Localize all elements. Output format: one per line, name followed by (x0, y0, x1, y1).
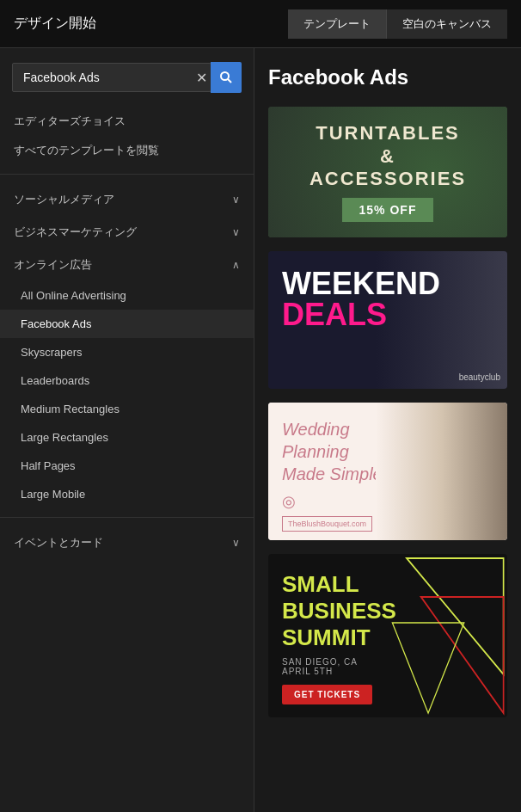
content-title: Facebook Ads (268, 65, 507, 89)
category-business-marketing-label: ビジネスマーケティング (14, 225, 137, 240)
sidebar-item-medium-rectangles[interactable]: Medium Rectangles (0, 395, 254, 423)
card-wedding-title: Wedding Planning Made Simple (282, 418, 386, 485)
card-turntables-content: TURNTABLES & ACCESSORIES 15% OFF (310, 122, 466, 221)
editors-choice-link[interactable]: エディターズチョイス (0, 107, 254, 136)
card-turntables-title: TURNTABLES & ACCESSORIES (310, 122, 466, 190)
template-card-summit[interactable]: Small Business Summit SAN DIEGO, CA APRI… (268, 554, 507, 717)
card-weekend-watermark: beautyclub (459, 372, 500, 382)
card-turntables-badge: 15% OFF (342, 198, 434, 222)
search-icon (219, 71, 233, 84)
sidebar-item-leaderboards[interactable]: Leaderboards (0, 366, 254, 395)
search-container: ✕ (12, 62, 242, 93)
sidebar-item-large-rectangles[interactable]: Large Rectangles (0, 423, 254, 452)
divider-2 (0, 517, 254, 518)
svg-marker-2 (407, 558, 504, 674)
card-summit-title: Small Business Summit (282, 571, 396, 652)
browse-all-link[interactable]: すべてのテンプレートを閲覧 (0, 136, 254, 165)
sidebar-item-all-online-advertising[interactable]: All Online Advertising (0, 281, 254, 310)
card-wedding-rings: ◎ (282, 492, 386, 511)
card-weekend-title2: DEALS (282, 299, 386, 330)
svg-point-0 (221, 72, 229, 80)
svg-marker-3 (421, 597, 504, 713)
category-social-media-label: ソーシャルメディア (14, 192, 114, 207)
template-card-weekend-deals[interactable]: WEEKEND DEALS beautyclub (268, 251, 507, 389)
category-online-advertising[interactable]: オンライン広告 ∧ (0, 249, 254, 281)
main-layout: ✕ エディターズチョイス すべてのテンプレートを閲覧 ソーシャルメディア ∨ ビ… (0, 48, 521, 812)
sidebar-item-large-mobile[interactable]: Large Mobile (0, 480, 254, 508)
svg-marker-4 (393, 623, 464, 713)
search-submit-button[interactable] (211, 62, 242, 93)
chevron-down-icon-3: ∨ (232, 537, 240, 549)
category-business-marketing[interactable]: ビジネスマーケティング ∨ (0, 216, 254, 249)
page-title: デザイン開始 (14, 15, 96, 33)
content-area: Facebook Ads TURNTABLES & ACCESSORIES 15… (254, 48, 521, 812)
chevron-down-icon: ∨ (232, 194, 240, 206)
card-summit-location: SAN DIEGO, CA APRIL 5TH (282, 657, 396, 676)
blank-canvas-button[interactable]: 空白のキャンバス (386, 9, 507, 39)
sidebar-item-skyscrapers[interactable]: Skyscrapers (0, 338, 254, 366)
chevron-up-icon: ∧ (232, 259, 240, 271)
search-input[interactable] (12, 63, 211, 92)
template-card-turntables[interactable]: TURNTABLES & ACCESSORIES 15% OFF (268, 107, 507, 237)
category-social-media[interactable]: ソーシャルメディア ∨ (0, 183, 254, 216)
search-clear-button[interactable]: ✕ (196, 70, 207, 86)
card-wedding-background (376, 403, 507, 540)
category-online-advertising-label: オンライン広告 (14, 257, 92, 273)
card-weekend-text: WEEKEND DEALS (268, 251, 400, 389)
template-button[interactable]: テンプレート (288, 9, 386, 39)
card-wedding-url: TheBlushBouquet.com (282, 516, 372, 532)
sidebar-item-half-pages[interactable]: Half Pages (0, 452, 254, 480)
category-events-label: イベントとカード (14, 535, 103, 551)
template-card-wedding[interactable]: Wedding Planning Made Simple ◎ TheBlushB… (268, 403, 507, 540)
card-summit-cta-button[interactable]: GET TICKETS (282, 685, 372, 704)
header: デザイン開始 テンプレート 空白のキャンバス (0, 0, 521, 48)
sidebar-item-facebook-ads[interactable]: Facebook Ads (0, 310, 254, 338)
header-buttons: テンプレート 空白のキャンバス (288, 9, 507, 39)
category-events-cards[interactable]: イベントとカード ∨ (0, 526, 254, 559)
card-weekend-title1: WEEKEND (282, 268, 386, 299)
sidebar: ✕ エディターズチョイス すべてのテンプレートを閲覧 ソーシャルメディア ∨ ビ… (0, 48, 254, 812)
divider-1 (0, 174, 254, 175)
svg-line-1 (228, 79, 231, 83)
chevron-down-icon-2: ∨ (232, 226, 240, 238)
card-summit-content: Small Business Summit SAN DIEGO, CA APRI… (282, 571, 396, 704)
